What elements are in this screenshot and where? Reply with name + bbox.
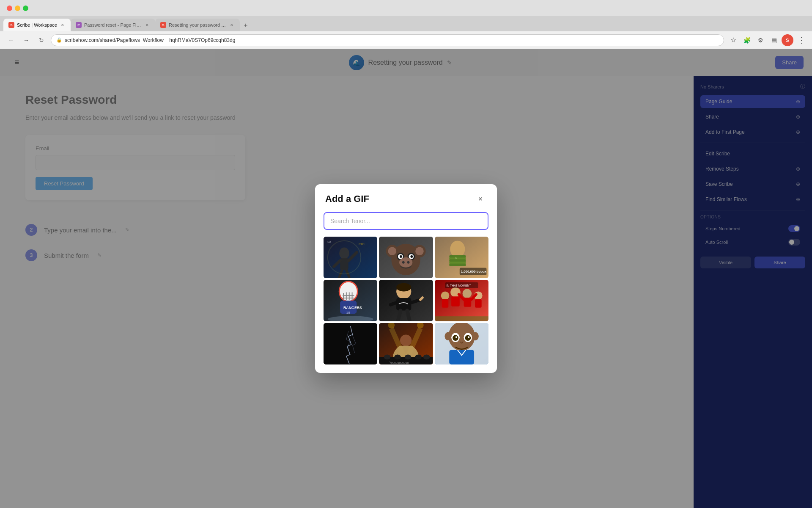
- svg-text:KA: KA: [327, 240, 332, 244]
- gif-modal-title: Add a GIF: [325, 193, 369, 204]
- svg-rect-61: [451, 296, 460, 306]
- svg-text:Youuuuuuuuuu: Youuuuuuuuuu: [390, 361, 409, 364]
- svg-point-20: [400, 255, 402, 258]
- refresh-button[interactable]: ↻: [36, 34, 47, 46]
- svg-point-50: [396, 283, 411, 292]
- svg-line-54: [391, 303, 397, 305]
- gif-grid: KA 0:00: [315, 237, 497, 373]
- svg-point-95: [444, 332, 451, 341]
- maximize-window-button[interactable]: [23, 6, 28, 11]
- gif-modal: Add a GIF ×: [315, 184, 497, 373]
- gif-modal-close-button[interactable]: ×: [474, 193, 487, 205]
- url-text: scribehow.com/shared/Pageflows_Workflow_…: [65, 37, 235, 43]
- svg-line-55: [398, 310, 401, 320]
- svg-point-93: [468, 336, 469, 338]
- nav-actions: ☆ 🧩 ⚙ ▤ S ⋮: [727, 34, 807, 46]
- gif-modal-header: Add a GIF ×: [315, 184, 497, 212]
- bookmarks-icon[interactable]: ☆: [727, 34, 739, 46]
- tab-scribe-workspace[interactable]: S Scribe | Workspace ✕: [3, 19, 71, 31]
- svg-point-83: [423, 354, 430, 359]
- svg-text:IN THAT MOMENT: IN THAT MOMENT: [446, 284, 471, 287]
- address-bar[interactable]: 🔒 scribehow.com/shared/Pageflows_Workflo…: [51, 34, 724, 46]
- svg-rect-65: [475, 299, 482, 308]
- user-avatar-nav[interactable]: S: [782, 34, 793, 46]
- svg-text:18: 18: [346, 311, 350, 315]
- gif-item[interactable]: KA 0:00: [324, 237, 377, 278]
- svg-rect-31: [449, 264, 466, 266]
- svg-point-58: [441, 291, 449, 300]
- svg-point-15: [416, 247, 424, 256]
- lock-icon: 🔒: [56, 37, 62, 43]
- browser-chrome: S Scribe | Workspace ✕ P Password reset …: [0, 0, 812, 49]
- svg-text:0:00: 0:00: [359, 243, 365, 246]
- svg-rect-94: [449, 350, 474, 364]
- svg-rect-68: [435, 316, 488, 321]
- svg-point-1: [339, 248, 349, 259]
- tab-password-reset[interactable]: P Password reset - Page Flows ✕: [71, 19, 155, 31]
- tab-resetting-password-close[interactable]: ✕: [229, 22, 235, 28]
- svg-rect-51: [396, 298, 411, 310]
- close-window-button[interactable]: [7, 6, 12, 11]
- svg-point-91: [465, 335, 471, 341]
- gif-item[interactable]: [324, 323, 377, 364]
- svg-point-80: [395, 354, 401, 359]
- new-tab-button[interactable]: +: [240, 19, 252, 31]
- svg-text:RANGERS: RANGERS: [343, 306, 362, 310]
- menu-button[interactable]: ⋮: [795, 34, 807, 46]
- svg-point-23: [402, 261, 405, 264]
- gif-item[interactable]: IN THAT MOMENT: [435, 280, 488, 321]
- gif-search-container: [315, 212, 497, 237]
- tab-scribe-workspace-close[interactable]: ✕: [60, 22, 66, 28]
- modal-overlay[interactable]: Add a GIF ×: [0, 49, 812, 508]
- traffic-lights: [7, 6, 28, 11]
- tab-password-reset-close[interactable]: ✕: [144, 22, 150, 28]
- svg-point-77: [400, 334, 411, 346]
- tabs-bar: S Scribe | Workspace ✕ P Password reset …: [0, 16, 812, 31]
- gif-item[interactable]: [379, 280, 433, 321]
- nav-bar: ← → ↻ 🔒 scribehow.com/shared/Pageflows_W…: [0, 31, 812, 49]
- gif-item[interactable]: Youuuuuuuuuu: [379, 323, 433, 364]
- gif-item[interactable]: [379, 237, 433, 278]
- tab-resetting-password[interactable]: S Resetting your password | Scri... ✕: [155, 19, 240, 31]
- svg-rect-63: [464, 298, 471, 307]
- svg-point-21: [411, 255, 413, 258]
- svg-point-92: [455, 336, 457, 338]
- svg-point-81: [405, 354, 411, 359]
- tab-resetting-password-label: Resetting your password | Scri...: [169, 22, 226, 28]
- settings-icon[interactable]: ⚙: [754, 34, 766, 46]
- minimize-window-button[interactable]: [15, 6, 20, 11]
- svg-point-24: [407, 261, 410, 264]
- gif-item[interactable]: [435, 323, 488, 364]
- svg-line-53: [420, 298, 422, 300]
- forward-button[interactable]: →: [20, 34, 32, 46]
- svg-point-62: [462, 289, 472, 298]
- svg-line-56: [407, 310, 410, 320]
- svg-point-79: [384, 354, 391, 359]
- svg-rect-71: [324, 323, 377, 364]
- extensions-icon[interactable]: 🧩: [741, 34, 753, 46]
- svg-point-90: [453, 335, 458, 341]
- title-bar: [0, 0, 812, 16]
- svg-text:1,000,000 bobux: 1,000,000 bobux: [461, 270, 486, 273]
- svg-text:$: $: [455, 257, 457, 259]
- back-button[interactable]: ←: [5, 34, 17, 46]
- svg-point-96: [472, 332, 479, 341]
- svg-point-22: [399, 257, 412, 268]
- svg-rect-59: [442, 299, 448, 308]
- svg-point-82: [415, 354, 422, 359]
- svg-point-26: [450, 241, 465, 257]
- gif-item[interactable]: RANGERS 18: [324, 280, 377, 321]
- gif-search-input[interactable]: [324, 212, 488, 230]
- svg-point-13: [388, 247, 397, 256]
- tab-password-reset-label: Password reset - Page Flows: [84, 22, 142, 28]
- tab-scribe-workspace-label: Scribe | Workspace: [17, 22, 57, 28]
- gif-item[interactable]: $ 1,000,000 bobux: [435, 237, 488, 278]
- sidebar-toggle-icon[interactable]: ▤: [768, 34, 780, 46]
